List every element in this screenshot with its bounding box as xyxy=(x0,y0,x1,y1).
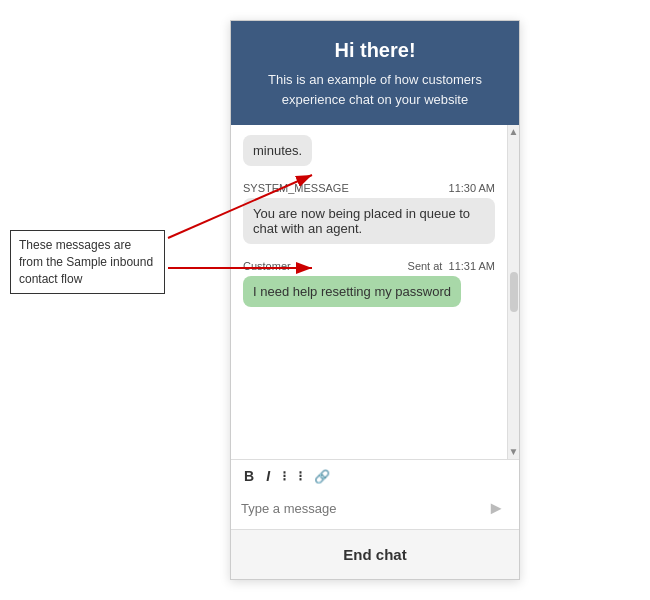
annotation-text: These messages are from the Sample inbou… xyxy=(19,238,153,286)
system-message-bubble: You are now being placed in queue to cha… xyxy=(243,198,495,244)
messages-inner[interactable]: minutes. SYSTEM_MESSAGE 11:30 AM You are… xyxy=(231,125,507,459)
message-time: 11:30 AM xyxy=(449,182,495,194)
end-chat-button[interactable]: End chat xyxy=(335,542,414,567)
message-row: minutes. xyxy=(243,135,495,170)
ordered-list-button[interactable]: ⁝ xyxy=(279,466,289,486)
scrollbar-track[interactable]: ▲ ▼ xyxy=(507,125,519,459)
ordered-list-icon: ⁝ xyxy=(282,468,286,484)
italic-icon: I xyxy=(266,468,270,484)
bold-button[interactable]: B xyxy=(241,466,257,486)
bold-icon: B xyxy=(244,468,254,484)
chat-input-row: ► xyxy=(231,492,519,529)
chat-header: Hi there! This is an example of how cust… xyxy=(231,21,519,125)
unordered-list-button[interactable]: ⁝ xyxy=(295,466,305,486)
message-input[interactable] xyxy=(241,501,483,516)
message-row: SYSTEM_MESSAGE 11:30 AM You are now bein… xyxy=(243,182,495,248)
link-button[interactable]: 🔗 xyxy=(311,466,333,486)
link-icon: 🔗 xyxy=(314,469,330,484)
unordered-list-icon: ⁝ xyxy=(298,468,302,484)
page-container: These messages are from the Sample inbou… xyxy=(0,0,650,600)
message-meta: Customer Sent at 11:31 AM xyxy=(243,260,495,272)
annotation-box: These messages are from the Sample inbou… xyxy=(10,230,165,294)
chat-header-subtitle: This is an example of how customers expe… xyxy=(247,70,503,109)
message-sender: Customer xyxy=(243,260,291,272)
chat-header-title: Hi there! xyxy=(247,39,503,62)
send-icon: ► xyxy=(487,498,505,518)
chat-widget: Hi there! This is an example of how cust… xyxy=(230,20,520,580)
message-meta: SYSTEM_MESSAGE 11:30 AM xyxy=(243,182,495,194)
message-sender: SYSTEM_MESSAGE xyxy=(243,182,349,194)
scrollbar-thumb[interactable] xyxy=(510,272,518,312)
scroll-up-arrow[interactable]: ▲ xyxy=(509,127,519,137)
message-row: Customer Sent at 11:31 AM I need help re… xyxy=(243,260,495,311)
chat-footer: End chat xyxy=(231,529,519,579)
italic-button[interactable]: I xyxy=(263,466,273,486)
scroll-down-arrow[interactable]: ▼ xyxy=(509,447,519,457)
system-partial-bubble: minutes. xyxy=(243,135,312,166)
messages-scroll-container: minutes. SYSTEM_MESSAGE 11:30 AM You are… xyxy=(231,125,519,459)
chat-toolbar: B I ⁝ ⁝ 🔗 xyxy=(231,459,519,492)
customer-message-bubble: I need help resetting my password xyxy=(243,276,461,307)
send-button[interactable]: ► xyxy=(483,498,509,519)
message-time: Sent at 11:31 AM xyxy=(408,260,495,272)
